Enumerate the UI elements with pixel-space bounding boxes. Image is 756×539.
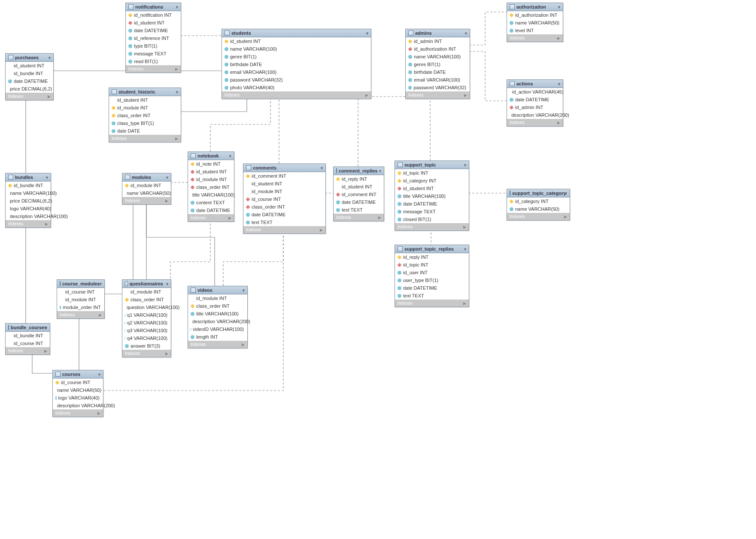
collapse-icon[interactable]: ▼ [557, 5, 561, 9]
indexes-section[interactable]: Indexes▶ [507, 213, 570, 220]
column-row[interactable]: name VARCHAR(50) [122, 189, 171, 197]
column-row[interactable]: id_course INT [6, 339, 50, 347]
column-row[interactable]: email VARCHAR(100) [222, 68, 371, 76]
column-row[interactable]: description VARCHAR(200) [53, 402, 103, 409]
column-row[interactable]: closed BIT(1) [395, 215, 469, 223]
column-row[interactable]: content TEXT [188, 199, 234, 206]
column-row[interactable]: id_notification INT [126, 11, 181, 19]
expand-icon[interactable]: ▶ [97, 411, 100, 415]
indexes-section[interactable]: Indexes▶ [57, 311, 104, 318]
table-support_topic_replies[interactable]: support_topic_replies▼id_reply INTid_top… [395, 245, 469, 307]
column-row[interactable]: date DATETIME [6, 77, 53, 85]
expand-icon[interactable]: ▶ [228, 216, 231, 220]
column-row[interactable]: class_order INT [243, 203, 325, 211]
column-row[interactable]: module_order INT [57, 303, 104, 311]
column-row[interactable]: q2 VARCHAR(100) [122, 319, 171, 327]
table-header[interactable]: purchases▼ [6, 54, 53, 62]
collapse-icon[interactable]: ▼ [463, 247, 467, 251]
expand-icon[interactable]: ▶ [365, 93, 368, 97]
column-row[interactable]: text TEXT [243, 218, 325, 226]
column-row[interactable]: id_category INT [507, 197, 570, 205]
column-row[interactable]: date DATETIME [126, 27, 181, 34]
column-row[interactable]: id_authorization INT [507, 11, 563, 19]
column-row[interactable]: password VARCHAR(32) [406, 84, 470, 91]
column-row[interactable]: id_module INT [122, 288, 171, 296]
collapse-icon[interactable]: ▼ [557, 82, 561, 86]
column-row[interactable]: id_topic INT [395, 261, 469, 269]
table-header[interactable]: students▼ [222, 29, 371, 37]
column-row[interactable]: videoID VARCHAR(100) [188, 325, 247, 333]
table-header[interactable]: student_historic▼ [109, 88, 181, 96]
column-row[interactable]: class_order INT [122, 296, 171, 303]
table-header[interactable]: admins▼ [406, 29, 470, 37]
collapse-icon[interactable]: ▼ [464, 31, 468, 36]
column-row[interactable]: id_student INT [243, 180, 325, 188]
table-header[interactable]: questionnaires▼ [122, 280, 171, 288]
column-row[interactable]: id_student INT [334, 183, 384, 191]
column-row[interactable]: class_order INT [188, 302, 247, 310]
collapse-icon[interactable]: ▼ [165, 176, 169, 180]
column-row[interactable]: id_course INT [53, 379, 103, 386]
column-row[interactable]: id_comment INT [334, 191, 384, 198]
column-row[interactable]: id_module INT [188, 294, 247, 302]
indexes-section[interactable]: Indexes▶ [334, 214, 384, 221]
indexes-section[interactable]: Indexes▶ [243, 226, 325, 233]
column-row[interactable]: id_comment INT [243, 172, 325, 180]
column-row[interactable]: id_reference INT [126, 34, 181, 42]
indexes-section[interactable]: Indexes▶ [188, 341, 247, 348]
column-row[interactable]: class_order INT [188, 183, 234, 191]
column-row[interactable]: read BIT(1) [126, 58, 181, 65]
column-row[interactable]: id_reply INT [395, 253, 469, 261]
column-row[interactable]: description VARCHAR(200) [188, 318, 247, 325]
table-courses[interactable]: courses▼id_course INTname VARCHAR(50)log… [52, 370, 103, 417]
column-row[interactable]: id_module INT [109, 104, 181, 112]
column-row[interactable]: message TEXT [126, 50, 181, 58]
collapse-icon[interactable]: ▼ [175, 5, 179, 9]
table-purchases[interactable]: purchases▼id_student INTid_bundle INTdat… [5, 53, 54, 100]
column-row[interactable]: class_type BIT(1) [109, 119, 181, 127]
column-row[interactable]: id_student INT [222, 37, 371, 45]
expand-icon[interactable]: ▶ [45, 222, 48, 226]
indexes-section[interactable]: Indexes▶ [122, 350, 171, 357]
expand-icon[interactable]: ▶ [557, 121, 560, 125]
table-header[interactable]: videos▼ [188, 286, 247, 294]
table-header[interactable]: modules▼ [122, 173, 171, 182]
collapse-icon[interactable]: ▼ [378, 169, 382, 173]
column-row[interactable]: date DATETIME [395, 200, 469, 208]
column-row[interactable]: name VARCHAR(50) [507, 205, 570, 213]
indexes-section[interactable]: Indexes▶ [109, 135, 181, 142]
column-row[interactable]: id_user INT [395, 269, 469, 276]
column-row[interactable]: id_category INT [395, 177, 469, 185]
indexes-section[interactable]: Indexes▶ [395, 223, 469, 230]
indexes-section[interactable]: Indexes▶ [188, 214, 234, 221]
collapse-icon[interactable]: ▼ [175, 90, 179, 94]
table-admins[interactable]: admins▼id_admin INTid_authorization INTn… [405, 29, 470, 99]
column-row[interactable]: id_bundle INT [6, 182, 51, 189]
column-row[interactable]: genre BIT(1) [222, 53, 371, 61]
column-row[interactable]: photo VARCHAR(40) [222, 84, 371, 91]
column-row[interactable]: user_type BIT(1) [395, 276, 469, 284]
indexes-section[interactable]: Indexes▶ [222, 91, 371, 99]
column-row[interactable]: description VARCHAR(100) [6, 212, 51, 220]
column-row[interactable]: id_student INT [109, 96, 181, 104]
table-student_historic[interactable]: student_historic▼id_student INTid_module… [109, 88, 181, 142]
table-actions[interactable]: actions▼id_action VARCHAR(45)date DATETI… [507, 79, 563, 127]
column-row[interactable]: id_course INT [243, 195, 325, 203]
column-row[interactable]: length INT [188, 333, 247, 341]
column-row[interactable]: text TEXT [395, 292, 469, 300]
column-row[interactable]: id_student INT [395, 185, 469, 192]
collapse-icon[interactable]: ▼ [320, 166, 324, 170]
column-row[interactable]: name VARCHAR(100) [6, 189, 51, 197]
column-row[interactable]: title VARCHAR(100) [188, 310, 247, 318]
column-row[interactable]: logo VARCHAR(40) [6, 205, 51, 212]
indexes-section[interactable]: Indexes▶ [507, 34, 563, 42]
column-row[interactable]: id_student INT [126, 19, 181, 27]
table-header[interactable]: courses▼ [53, 370, 103, 379]
column-row[interactable]: id_module INT [188, 176, 234, 183]
expand-icon[interactable]: ▶ [165, 199, 168, 203]
column-row[interactable]: title VARCHAR(100) [188, 191, 234, 199]
expand-icon[interactable]: ▶ [175, 136, 178, 141]
column-row[interactable]: q4 VARCHAR(100) [122, 334, 171, 342]
table-support_topic[interactable]: support_topic▼id_topic INTid_category IN… [395, 160, 469, 231]
table-header[interactable]: support_topic▼ [395, 161, 469, 169]
